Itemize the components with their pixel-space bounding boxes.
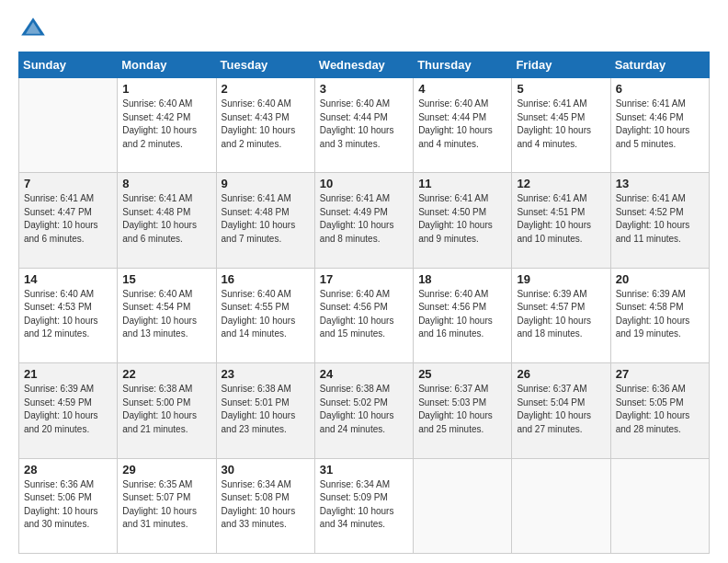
calendar-cell: 18Sunrise: 6:40 AMSunset: 4:56 PMDayligh…	[414, 268, 512, 362]
day-number: 29	[122, 463, 210, 477]
day-number: 1	[122, 82, 210, 96]
day-info: Sunrise: 6:36 AMSunset: 5:05 PMDaylight:…	[616, 383, 704, 436]
calendar-cell: 5Sunrise: 6:41 AMSunset: 4:45 PMDaylight…	[512, 78, 610, 173]
calendar-cell: 17Sunrise: 6:40 AMSunset: 4:56 PMDayligh…	[314, 268, 413, 362]
weekday-saturday: Saturday	[610, 52, 709, 78]
calendar-cell: 8Sunrise: 6:41 AMSunset: 4:48 PMDaylight…	[118, 173, 216, 268]
day-info: Sunrise: 6:41 AMSunset: 4:50 PMDaylight:…	[418, 192, 506, 246]
day-info: Sunrise: 6:41 AMSunset: 4:45 PMDaylight:…	[517, 98, 605, 151]
day-number: 15	[122, 272, 210, 286]
weekday-friday: Friday	[512, 52, 610, 78]
day-info: Sunrise: 6:40 AMSunset: 4:56 PMDaylight:…	[320, 288, 408, 341]
weekday-sunday: Sunday	[19, 52, 118, 78]
day-info: Sunrise: 6:36 AMSunset: 5:06 PMDaylight:…	[24, 478, 112, 532]
calendar-cell: 4Sunrise: 6:40 AMSunset: 4:44 PMDaylight…	[414, 78, 512, 173]
calendar-cell: 26Sunrise: 6:37 AMSunset: 5:04 PMDayligh…	[512, 363, 610, 458]
calendar-cell: 27Sunrise: 6:36 AMSunset: 5:05 PMDayligh…	[610, 363, 709, 458]
calendar-cell: 11Sunrise: 6:41 AMSunset: 4:50 PMDayligh…	[414, 173, 512, 268]
day-number: 31	[320, 463, 408, 477]
day-info: Sunrise: 6:38 AMSunset: 5:02 PMDaylight:…	[320, 383, 408, 436]
day-info: Sunrise: 6:34 AMSunset: 5:08 PMDaylight:…	[222, 478, 310, 532]
calendar-cell	[19, 78, 118, 173]
day-info: Sunrise: 6:40 AMSunset: 4:56 PMDaylight:…	[418, 288, 506, 341]
calendar-cell: 15Sunrise: 6:40 AMSunset: 4:54 PMDayligh…	[118, 268, 216, 362]
calendar-cell: 31Sunrise: 6:34 AMSunset: 5:09 PMDayligh…	[314, 458, 413, 553]
day-info: Sunrise: 6:39 AMSunset: 4:59 PMDaylight:…	[24, 383, 112, 436]
day-number: 22	[122, 367, 210, 381]
day-number: 11	[418, 177, 506, 190]
calendar-cell: 21Sunrise: 6:39 AMSunset: 4:59 PMDayligh…	[19, 363, 118, 458]
calendar-cell: 22Sunrise: 6:38 AMSunset: 5:00 PMDayligh…	[118, 363, 216, 458]
day-number: 12	[517, 177, 605, 190]
day-number: 9	[222, 177, 310, 190]
day-number: 19	[517, 272, 605, 286]
day-number: 17	[320, 272, 408, 286]
day-info: Sunrise: 6:40 AMSunset: 4:53 PMDaylight:…	[24, 288, 112, 341]
calendar-cell: 20Sunrise: 6:39 AMSunset: 4:58 PMDayligh…	[610, 268, 709, 362]
week-row-1: 1Sunrise: 6:40 AMSunset: 4:42 PMDaylight…	[19, 78, 710, 173]
day-number: 10	[320, 177, 408, 190]
weekday-tuesday: Tuesday	[216, 52, 314, 78]
calendar-cell: 6Sunrise: 6:41 AMSunset: 4:46 PMDaylight…	[610, 78, 709, 173]
day-info: Sunrise: 6:41 AMSunset: 4:48 PMDaylight:…	[222, 192, 310, 246]
calendar-cell: 13Sunrise: 6:41 AMSunset: 4:52 PMDayligh…	[610, 173, 709, 268]
calendar-cell: 14Sunrise: 6:40 AMSunset: 4:53 PMDayligh…	[19, 268, 118, 362]
day-info: Sunrise: 6:41 AMSunset: 4:48 PMDaylight:…	[122, 192, 210, 246]
day-info: Sunrise: 6:40 AMSunset: 4:42 PMDaylight:…	[122, 98, 210, 151]
header	[18, 15, 710, 44]
calendar-cell: 19Sunrise: 6:39 AMSunset: 4:57 PMDayligh…	[512, 268, 610, 362]
week-row-4: 21Sunrise: 6:39 AMSunset: 4:59 PMDayligh…	[19, 363, 710, 458]
calendar-cell: 12Sunrise: 6:41 AMSunset: 4:51 PMDayligh…	[512, 173, 610, 268]
day-info: Sunrise: 6:41 AMSunset: 4:47 PMDaylight:…	[24, 192, 112, 246]
calendar-cell	[610, 458, 709, 553]
weekday-thursday: Thursday	[414, 52, 512, 78]
day-number: 21	[24, 367, 112, 381]
day-number: 7	[24, 177, 112, 190]
week-row-5: 28Sunrise: 6:36 AMSunset: 5:06 PMDayligh…	[19, 458, 710, 553]
calendar-cell	[414, 458, 512, 553]
weekday-header-row: SundayMondayTuesdayWednesdayThursdayFrid…	[19, 52, 710, 78]
day-number: 16	[222, 272, 310, 286]
day-number: 23	[222, 367, 310, 381]
day-info: Sunrise: 6:37 AMSunset: 5:04 PMDaylight:…	[517, 383, 605, 436]
calendar-cell: 9Sunrise: 6:41 AMSunset: 4:48 PMDaylight…	[216, 173, 314, 268]
day-info: Sunrise: 6:38 AMSunset: 5:00 PMDaylight:…	[122, 383, 210, 436]
day-number: 24	[320, 367, 408, 381]
day-info: Sunrise: 6:39 AMSunset: 4:58 PMDaylight:…	[616, 288, 704, 341]
day-number: 30	[222, 463, 310, 477]
calendar-cell: 25Sunrise: 6:37 AMSunset: 5:03 PMDayligh…	[414, 363, 512, 458]
calendar-cell: 16Sunrise: 6:40 AMSunset: 4:55 PMDayligh…	[216, 268, 314, 362]
day-info: Sunrise: 6:40 AMSunset: 4:44 PMDaylight:…	[418, 98, 506, 151]
day-number: 20	[616, 272, 704, 286]
calendar-table: SundayMondayTuesdayWednesdayThursdayFrid…	[18, 52, 710, 554]
calendar-cell	[512, 458, 610, 553]
page: SundayMondayTuesdayWednesdayThursdayFrid…	[0, 0, 728, 563]
calendar-cell: 29Sunrise: 6:35 AMSunset: 5:07 PMDayligh…	[118, 458, 216, 553]
calendar-cell: 10Sunrise: 6:41 AMSunset: 4:49 PMDayligh…	[314, 173, 413, 268]
day-info: Sunrise: 6:40 AMSunset: 4:54 PMDaylight:…	[122, 288, 210, 341]
day-number: 18	[418, 272, 506, 286]
day-info: Sunrise: 6:34 AMSunset: 5:09 PMDaylight:…	[320, 478, 408, 532]
day-info: Sunrise: 6:38 AMSunset: 5:01 PMDaylight:…	[222, 383, 310, 436]
day-info: Sunrise: 6:41 AMSunset: 4:49 PMDaylight:…	[320, 192, 408, 246]
day-number: 26	[517, 367, 605, 381]
calendar-cell: 28Sunrise: 6:36 AMSunset: 5:06 PMDayligh…	[19, 458, 118, 553]
calendar-cell: 1Sunrise: 6:40 AMSunset: 4:42 PMDaylight…	[118, 78, 216, 173]
weekday-monday: Monday	[118, 52, 216, 78]
day-info: Sunrise: 6:41 AMSunset: 4:52 PMDaylight:…	[616, 192, 704, 246]
day-number: 14	[24, 272, 112, 286]
day-info: Sunrise: 6:39 AMSunset: 4:57 PMDaylight:…	[517, 288, 605, 341]
day-info: Sunrise: 6:35 AMSunset: 5:07 PMDaylight:…	[122, 478, 210, 532]
day-info: Sunrise: 6:40 AMSunset: 4:44 PMDaylight:…	[320, 98, 408, 151]
day-number: 6	[616, 82, 704, 96]
day-number: 3	[320, 82, 408, 96]
day-number: 13	[616, 177, 704, 190]
day-number: 27	[616, 367, 704, 381]
week-row-2: 7Sunrise: 6:41 AMSunset: 4:47 PMDaylight…	[19, 173, 710, 268]
day-info: Sunrise: 6:40 AMSunset: 4:55 PMDaylight:…	[222, 288, 310, 341]
week-row-3: 14Sunrise: 6:40 AMSunset: 4:53 PMDayligh…	[19, 268, 710, 362]
logo	[18, 15, 51, 44]
calendar-cell: 24Sunrise: 6:38 AMSunset: 5:02 PMDayligh…	[314, 363, 413, 458]
calendar-cell: 3Sunrise: 6:40 AMSunset: 4:44 PMDaylight…	[314, 78, 413, 173]
calendar-cell: 30Sunrise: 6:34 AMSunset: 5:08 PMDayligh…	[216, 458, 314, 553]
